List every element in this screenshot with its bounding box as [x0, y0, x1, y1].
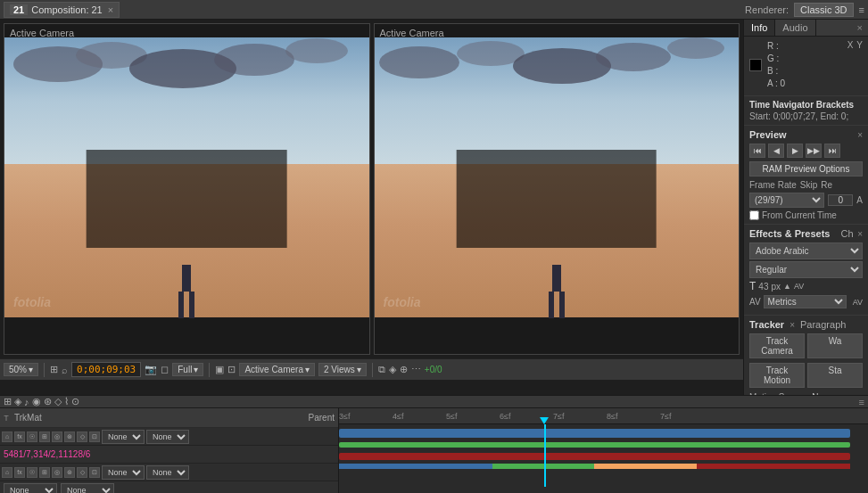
- next-frame-btn[interactable]: ▶▶: [806, 144, 822, 158]
- tl-icon-2-3[interactable]: ☉: [27, 467, 37, 478]
- none-select-row-2[interactable]: None: [61, 483, 114, 494]
- camera-icon[interactable]: 📷: [145, 364, 157, 375]
- play-btn[interactable]: ▶: [787, 144, 803, 158]
- grid2-icon[interactable]: ⊡: [227, 364, 236, 375]
- track-motion-btn[interactable]: Track Motion: [749, 363, 805, 388]
- view-mode-button[interactable]: Active Camera ▾: [239, 363, 315, 376]
- tab-info[interactable]: Info: [744, 20, 775, 36]
- sta-btn[interactable]: Sta: [807, 363, 863, 388]
- mode-select-2[interactable]: None: [102, 465, 145, 480]
- track-bars-container: [339, 424, 868, 487]
- tl-icon-1[interactable]: ⌂: [2, 431, 12, 442]
- info-panel-close[interactable]: ×: [852, 20, 868, 36]
- clouds-svg-2: [375, 37, 740, 164]
- wa-btn[interactable]: Wa: [807, 333, 863, 358]
- frame-rate-select[interactable]: (29/97): [749, 193, 824, 208]
- tl-icon-4[interactable]: ⊞: [39, 431, 50, 442]
- tl-icon-2-4[interactable]: ⊞: [39, 467, 50, 478]
- tl-video-icon[interactable]: ◉: [32, 396, 41, 407]
- tl-expand-icon[interactable]: ⊞: [4, 396, 12, 407]
- prev-frame-btn[interactable]: ◀: [768, 144, 784, 158]
- render-icon[interactable]: ◈: [389, 364, 396, 375]
- layers-icon[interactable]: ⧉: [378, 364, 385, 375]
- panel-menu-icon[interactable]: ≡: [859, 4, 864, 15]
- track-row-icons: ⌂ fx ☉ ⊞ ◎ ⊛ ◇ ⊡ None None: [0, 428, 338, 446]
- track-camera-btn[interactable]: Track Camera: [749, 333, 805, 358]
- tl-icon-5[interactable]: ◎: [52, 431, 62, 442]
- comp-tab[interactable]: 21 Composition: 21 ×: [4, 2, 120, 18]
- last-frame-btn[interactable]: ⏭: [824, 144, 840, 158]
- quality-button[interactable]: Full ▾: [172, 363, 203, 376]
- timeline-content: T TrkMat Parent ⌂ fx ☉ ⊞ ◎ ⊛ ◇ ⊡ None No…: [0, 408, 868, 493]
- skip-input[interactable]: [828, 194, 853, 206]
- layout-button[interactable]: 2 Views ▾: [318, 363, 367, 376]
- frame-rate-label: Frame Rate: [749, 180, 797, 190]
- renderer-button[interactable]: Classic 3D: [794, 3, 854, 17]
- tl-icon-2-6[interactable]: ⊛: [64, 467, 75, 478]
- characters-tab[interactable]: Ch: [841, 228, 854, 239]
- views-container: Active Camera: [0, 20, 743, 358]
- figure-body-1: [182, 265, 191, 292]
- tl-audio-icon[interactable]: ♪: [24, 397, 29, 407]
- parent-select-2[interactable]: None: [146, 465, 189, 480]
- timecode-display[interactable]: 0;00;09;03: [71, 362, 141, 377]
- font-style-select[interactable]: Regular: [749, 261, 863, 278]
- comp-title: Composition: 21: [31, 4, 103, 15]
- parent-select-1[interactable]: None: [146, 430, 189, 444]
- metrics-select[interactable]: Metrics: [764, 295, 847, 308]
- tl-solo-icon[interactable]: ◈: [14, 396, 21, 407]
- metrics-row: AV Metrics AV: [749, 295, 863, 308]
- motion-icon[interactable]: ⋯: [411, 364, 421, 375]
- tracker-close-icon[interactable]: ×: [789, 320, 795, 330]
- ram-preview-options-btn[interactable]: RAM Preview Options: [749, 161, 863, 177]
- figure-body-2: [552, 265, 561, 292]
- time-4: 7≤f: [553, 412, 564, 421]
- tl-icon-6[interactable]: ⊛: [64, 431, 75, 442]
- font-name-select[interactable]: Adobe Arabic: [749, 242, 863, 259]
- svg-point-4: [285, 38, 348, 63]
- tab-close-icon[interactable]: ×: [108, 4, 113, 15]
- time-3: 6≤f: [500, 412, 510, 421]
- none-select-row[interactable]: None: [4, 483, 57, 494]
- tl-icon-3[interactable]: ☉: [27, 431, 37, 442]
- tl-parent-icon[interactable]: ⊙: [71, 396, 79, 407]
- paragraph-tab[interactable]: Paragraph: [800, 319, 846, 330]
- tl-icon-2-7[interactable]: ◇: [77, 467, 87, 478]
- preview-header: Preview ×: [749, 129, 863, 140]
- tab-audio[interactable]: Audio: [775, 20, 815, 36]
- tl-icon-2-8[interactable]: ⊡: [89, 467, 100, 478]
- tl-color-icon[interactable]: ⊛: [44, 396, 52, 407]
- time-1: 4≤f: [393, 412, 403, 421]
- view-panel-2: Active Camera: [374, 23, 740, 355]
- region-icon[interactable]: ▣: [215, 364, 224, 375]
- time-ruler: 3≤f 4≤f 5≤f 6≤f 7≤f 8≤f 7≤f: [339, 408, 868, 424]
- rgba-row: R : G : B : A : 0 X Y: [749, 40, 863, 90]
- track-row-2: ⌂ fx ☉ ⊞ ◎ ⊛ ◇ ⊡ None None: [0, 464, 338, 481]
- grid-icon[interactable]: ⊞: [50, 364, 58, 375]
- tl-icon-2[interactable]: fx: [14, 431, 25, 442]
- tl-icon-7[interactable]: ◇: [77, 431, 87, 442]
- font-size-up-icon[interactable]: ▲: [783, 282, 791, 291]
- tl-icon-2-1[interactable]: ⌂: [2, 467, 12, 478]
- header-track-row: T TrkMat Parent: [0, 408, 338, 428]
- mode-select[interactable]: None: [102, 430, 145, 444]
- effects-close[interactable]: ×: [857, 229, 863, 239]
- preview-close-icon[interactable]: ×: [857, 130, 863, 140]
- b-value: B :: [767, 65, 785, 78]
- 3d-icon[interactable]: ⊕: [400, 364, 408, 375]
- tl-icon-2-5[interactable]: ◎: [52, 467, 62, 478]
- comp-number: 21: [10, 4, 28, 15]
- tl-menu-icon[interactable]: ≡: [859, 397, 864, 407]
- track-bar-blue: [339, 429, 850, 438]
- effects-header: Effects & Presets Ch ×: [749, 228, 863, 239]
- first-frame-btn[interactable]: ⏮: [749, 144, 765, 158]
- trk-mat-header: TrkMat: [12, 413, 309, 423]
- snapshot-icon[interactable]: ◻: [161, 364, 169, 375]
- magnify-icon[interactable]: ⌕: [62, 365, 68, 375]
- tl-keyframe-icon[interactable]: ◇: [54, 396, 62, 407]
- tl-graph-icon[interactable]: ⌇: [64, 396, 69, 407]
- from-current-checkbox[interactable]: [749, 210, 759, 220]
- tl-icon-2-2[interactable]: fx: [14, 467, 25, 478]
- zoom-button[interactable]: 50% ▾: [4, 363, 38, 376]
- tl-icon-8[interactable]: ⊡: [89, 431, 100, 442]
